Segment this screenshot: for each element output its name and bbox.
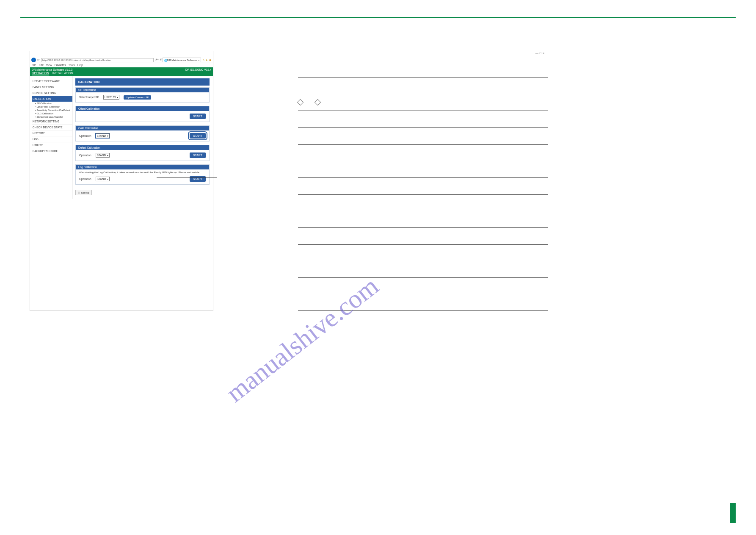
sidebar-item-backup[interactable]: BACKUP/RESTORE <box>32 148 72 154</box>
gain-start-button[interactable]: START <box>190 133 206 139</box>
update-connect-button[interactable]: Update Connect SE <box>124 95 151 100</box>
tab-installation[interactable]: INSTALLATION <box>52 72 73 75</box>
sidebar-item-config[interactable]: CONFIG SETTING <box>32 90 72 96</box>
panel-offset-header: Offset Calibration <box>76 106 209 111</box>
menu-fav[interactable]: Favorites <box>55 64 66 67</box>
gain-op-select[interactable]: STAND▾ <box>96 133 110 138</box>
note-line <box>298 128 548 145</box>
tab-close[interactable]: × <box>198 59 200 61</box>
browser-badges: ⌂★☻ <box>202 58 212 62</box>
page-mark <box>730 503 736 523</box>
panel-gain: Gain Calibration Operation STAND▾ START <box>75 125 210 141</box>
browser-tab[interactable]: 🌐 DR Maintenance Software × <box>163 58 201 62</box>
leader-line <box>157 177 217 177</box>
notes-column <box>298 51 548 311</box>
sidebar-sub-glg[interactable]: • GLG Calibration <box>32 112 72 115</box>
menu-help[interactable]: Help <box>77 64 83 67</box>
screenshot: — □ × ← ⟳ http://192.165.0.10:15106/inde… <box>30 51 213 311</box>
sidebar-item-panel[interactable]: PANEL SETTING <box>32 84 72 90</box>
address-row: ← ⟳ http://192.165.0.10:15106/index.html… <box>30 57 213 63</box>
tab-operation[interactable]: OPERATION <box>32 72 49 75</box>
note-line <box>298 111 548 128</box>
defect-op-label: Operation <box>79 154 91 157</box>
sidebar-sub-se[interactable]: • SE Calibration <box>32 102 72 105</box>
gain-op-label: Operation <box>79 134 91 137</box>
sidebar-sub-xfer[interactable]: • SE Correct Data Transfer <box>32 115 72 119</box>
browser-chrome: — □ × <box>30 51 213 57</box>
browser-menu: File Edit View Favorites Tools Help <box>30 63 213 67</box>
sidebar-item-log[interactable]: LOG <box>32 136 72 142</box>
back-button[interactable]: ← <box>31 58 36 62</box>
backup-button[interactable]: ⬇ Backup <box>75 190 92 195</box>
reload-icon[interactable]: ⟳ <box>37 58 40 62</box>
win-max[interactable]: □ <box>540 52 541 55</box>
sidebar-sub-long[interactable]: • Long Panel Calibration <box>32 105 72 108</box>
sidebar-item-history[interactable]: HISTORY <box>32 130 72 136</box>
menu-file[interactable]: File <box>32 64 36 67</box>
app-greenbar: DR Maintenance Software V1.0.3 DR-ID1200… <box>30 67 213 72</box>
menu-edit[interactable]: Edit <box>39 64 43 67</box>
main-area: CALIBRATION SE Calibration Select target… <box>73 76 213 199</box>
globe-icon: 🌐 <box>164 59 167 62</box>
page-title: CALIBRATION <box>75 78 210 86</box>
win-close[interactable]: × <box>543 52 544 55</box>
se-select[interactable]: U120133▾ <box>103 95 119 100</box>
menu-tools[interactable]: Tools <box>68 64 74 67</box>
lag-op-select[interactable]: STAND▾ <box>96 177 110 181</box>
search-glyph: 𝒫 ▾ 𝒞 <box>155 58 161 61</box>
note-line <box>298 78 548 111</box>
panel-se-header: SE Calibration <box>76 88 209 92</box>
panel-defect-header: Defect Calibration <box>76 145 209 150</box>
panel-se: SE Calibration Select target SE U120133▾… <box>75 87 210 103</box>
app-title: DR Maintenance Software V1.0.3 <box>32 68 72 71</box>
chevron-down-icon: ▾ <box>107 154 108 157</box>
chevron-down-icon: ▾ <box>107 134 108 137</box>
chevron-down-icon: ▾ <box>117 96 118 99</box>
sidebar-item-utility[interactable]: UTILITY <box>32 142 72 148</box>
diamond-icon <box>297 99 304 106</box>
lag-note: After starting the Lag Calibration, it t… <box>76 169 209 174</box>
sidebar-item-update[interactable]: UPDATE SOFTWARE <box>32 78 72 84</box>
address-bar[interactable]: http://192.165.0.10:15106/index.html#/to… <box>41 58 154 62</box>
app-version: DR-ID1200MC V15.x <box>185 68 211 71</box>
panel-offset: Offset Calibration START <box>75 106 210 122</box>
menu-view[interactable]: View <box>46 64 52 67</box>
panel-defect: Defect Calibration Operation STAND▾ STAR… <box>75 145 210 161</box>
app-tabs: OPERATION INSTALLATION <box>30 72 213 76</box>
defect-start-button[interactable]: START <box>190 152 206 158</box>
sidebar-item-check[interactable]: CHECK DEVICE STATE <box>32 125 72 130</box>
note-line <box>298 195 548 228</box>
tab-title: DR Maintenance Software <box>167 59 197 61</box>
chevron-down-icon: ▾ <box>107 177 108 180</box>
sidebar-item-calibration[interactable]: CALIBRATION <box>32 96 72 102</box>
note-line <box>298 278 548 311</box>
sidebar-item-network[interactable]: NETWORK SETTING <box>32 119 72 125</box>
panel-lag: Lag Calibration After starting the Lag C… <box>75 164 210 185</box>
note-line <box>298 178 548 195</box>
defect-op-select[interactable]: STAND▾ <box>96 153 110 158</box>
sidebar: UPDATE SOFTWARE PANEL SETTING CONFIG SET… <box>30 76 73 199</box>
panel-gain-header: Gain Calibration <box>76 126 209 130</box>
panel-lag-header: Lag Calibration <box>76 165 209 169</box>
se-label: Select target SE <box>79 96 99 99</box>
note-line <box>298 145 548 178</box>
diamond-icon <box>315 99 321 106</box>
download-icon: ⬇ <box>78 191 80 194</box>
note-line <box>298 61 548 78</box>
sidebar-sub-sens[interactable]: • Sensitivity Correction Coefficient <box>32 108 72 112</box>
top-rule <box>20 17 736 18</box>
leader-line <box>203 193 216 193</box>
note-line <box>298 245 548 278</box>
note-line <box>298 228 548 245</box>
win-min[interactable]: — <box>535 52 538 55</box>
lag-op-label: Operation <box>79 177 91 180</box>
offset-start-button[interactable]: START <box>190 114 206 119</box>
